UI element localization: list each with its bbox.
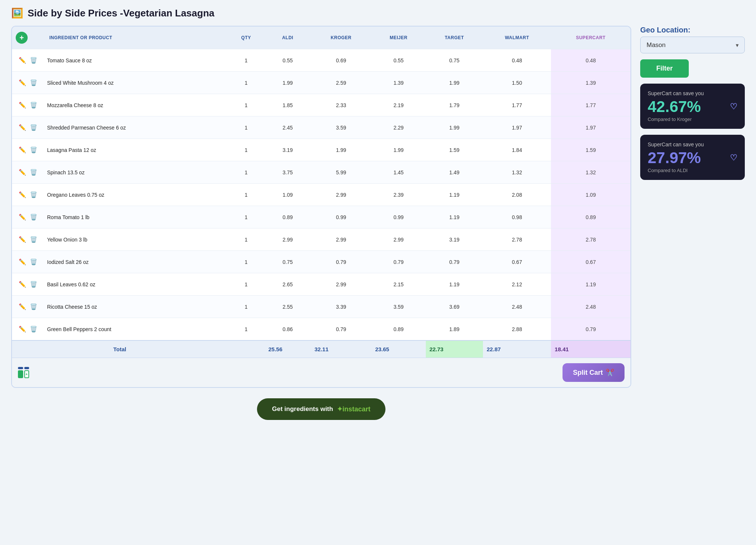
row-walmart-5: 1.32 xyxy=(483,161,551,184)
row-supercart-12: 0.79 xyxy=(551,318,630,341)
savings-label-2: SuperCart can save you xyxy=(648,141,737,147)
row-meijer-4: 1.99 xyxy=(371,139,425,161)
row-kroger-3: 3.59 xyxy=(311,116,371,139)
edit-button-11[interactable]: ✏️ xyxy=(18,302,27,311)
row-qty-5: 1 xyxy=(227,161,264,184)
row-meijer-5: 1.45 xyxy=(371,161,425,184)
delete-button-3[interactable]: 🗑️ xyxy=(29,123,38,132)
col-qty: QTY xyxy=(227,27,264,49)
geo-select[interactable]: MasonCincinnatiColumbusDayton xyxy=(640,37,745,53)
heart-icon-2[interactable]: ♡ xyxy=(730,153,737,163)
edit-button-2[interactable]: ✏️ xyxy=(18,101,27,109)
row-qty-12: 1 xyxy=(227,318,264,341)
price-table-container: + INGREDIENT OR PRODUCT QTY ALDI KROGER … xyxy=(11,26,631,388)
row-qty-8: 1 xyxy=(227,228,264,251)
row-aldi-9: 0.75 xyxy=(264,251,311,273)
row-actions-12: ✏️ 🗑️ xyxy=(12,318,44,341)
row-walmart-0: 0.48 xyxy=(483,49,551,72)
instacart-button[interactable]: Get ingredients with ✦instacart xyxy=(257,398,385,420)
row-actions-1: ✏️ 🗑️ xyxy=(12,72,44,94)
table-row: ✏️ 🗑️ Tomato Sauce 8 oz 1 0.55 0.69 0.55… xyxy=(12,49,630,72)
sidebar: Geo Location: MasonCincinnatiColumbusDay… xyxy=(640,26,745,180)
row-walmart-7: 0.98 xyxy=(483,206,551,228)
row-meijer-7: 0.99 xyxy=(371,206,425,228)
row-actions-3: ✏️ 🗑️ xyxy=(12,116,44,139)
table-row: ✏️ 🗑️ Shredded Parmesan Cheese 6 oz 1 2.… xyxy=(12,116,630,139)
row-meijer-12: 0.89 xyxy=(371,318,425,341)
row-supercart-6: 1.09 xyxy=(551,184,630,206)
edit-button-8[interactable]: ✏️ xyxy=(18,235,27,244)
total-aldi: 25.56 xyxy=(264,340,311,358)
savings-percent-1: 42.67% ♡ xyxy=(648,98,737,116)
row-target-2: 1.79 xyxy=(426,94,483,116)
row-kroger-8: 2.99 xyxy=(311,228,371,251)
delete-button-12[interactable]: 🗑️ xyxy=(29,325,38,333)
edit-button-9[interactable]: ✏️ xyxy=(18,258,27,266)
delete-button-0[interactable]: 🗑️ xyxy=(29,56,38,65)
delete-button-11[interactable]: 🗑️ xyxy=(29,302,38,311)
row-qty-7: 1 xyxy=(227,206,264,228)
row-supercart-4: 1.59 xyxy=(551,139,630,161)
delete-button-10[interactable]: 🗑️ xyxy=(29,280,38,289)
row-supercart-3: 1.97 xyxy=(551,116,630,139)
add-item-header: + xyxy=(12,27,44,49)
table-row: ✏️ 🗑️ Sliced White Mushroom 4 oz 1 1.99 … xyxy=(12,72,630,94)
delete-button-7[interactable]: 🗑️ xyxy=(29,213,38,221)
row-walmart-1: 1.50 xyxy=(483,72,551,94)
app-grid-icon[interactable]: + xyxy=(18,367,29,378)
row-product-6: Oregano Leaves 0.75 oz xyxy=(44,184,227,206)
row-aldi-7: 0.89 xyxy=(264,206,311,228)
row-meijer-8: 2.99 xyxy=(371,228,425,251)
row-aldi-0: 0.55 xyxy=(264,49,311,72)
delete-button-8[interactable]: 🗑️ xyxy=(29,235,38,244)
row-kroger-9: 0.79 xyxy=(311,251,371,273)
col-kroger: KROGER xyxy=(311,27,371,49)
row-kroger-7: 0.99 xyxy=(311,206,371,228)
row-aldi-1: 1.99 xyxy=(264,72,311,94)
col-aldi: ALDI xyxy=(264,27,311,49)
delete-button-6[interactable]: 🗑️ xyxy=(29,190,38,199)
edit-button-6[interactable]: ✏️ xyxy=(18,190,27,199)
add-item-button[interactable]: + xyxy=(16,32,28,44)
title-icon: 🖼️ xyxy=(11,7,23,19)
table-row: ✏️ 🗑️ Ricotta Cheese 15 oz 1 2.55 3.39 3… xyxy=(12,296,630,318)
table-row: ✏️ 🗑️ Spinach 13.5 oz 1 3.75 5.99 1.45 1… xyxy=(12,161,630,184)
row-aldi-12: 0.86 xyxy=(264,318,311,341)
edit-button-7[interactable]: ✏️ xyxy=(18,213,27,221)
table-row: ✏️ 🗑️ Green Bell Peppers 2 count 1 0.86 … xyxy=(12,318,630,341)
edit-button-3[interactable]: ✏️ xyxy=(18,123,27,132)
row-target-5: 1.49 xyxy=(426,161,483,184)
row-aldi-10: 2.65 xyxy=(264,273,311,296)
edit-button-12[interactable]: ✏️ xyxy=(18,325,27,333)
row-target-10: 1.19 xyxy=(426,273,483,296)
row-aldi-2: 1.85 xyxy=(264,94,311,116)
row-product-11: Ricotta Cheese 15 oz xyxy=(44,296,227,318)
row-actions-8: ✏️ 🗑️ xyxy=(12,228,44,251)
heart-icon-1[interactable]: ♡ xyxy=(730,102,737,112)
row-target-9: 0.79 xyxy=(426,251,483,273)
table-row: ✏️ 🗑️ Yellow Onion 3 lb 1 2.99 2.99 2.99… xyxy=(12,228,630,251)
edit-button-1[interactable]: ✏️ xyxy=(18,78,27,87)
edit-button-0[interactable]: ✏️ xyxy=(18,56,27,65)
split-cart-button[interactable]: Split Cart ✂️ xyxy=(563,363,625,382)
row-qty-6: 1 xyxy=(227,184,264,206)
savings-compare-2: Compared to ALDI xyxy=(648,168,737,173)
delete-button-4[interactable]: 🗑️ xyxy=(29,146,38,154)
row-supercart-0: 0.48 xyxy=(551,49,630,72)
row-meijer-1: 1.39 xyxy=(371,72,425,94)
row-aldi-3: 2.45 xyxy=(264,116,311,139)
row-actions-6: ✏️ 🗑️ xyxy=(12,184,44,206)
edit-button-10[interactable]: ✏️ xyxy=(18,280,27,289)
delete-button-5[interactable]: 🗑️ xyxy=(29,168,38,177)
row-kroger-5: 5.99 xyxy=(311,161,371,184)
edit-button-4[interactable]: ✏️ xyxy=(18,146,27,154)
table-row: ✏️ 🗑️ Oregano Leaves 0.75 oz 1 1.09 2.99… xyxy=(12,184,630,206)
delete-button-9[interactable]: 🗑️ xyxy=(29,258,38,266)
filter-button[interactable]: Filter xyxy=(640,59,689,78)
row-supercart-5: 1.32 xyxy=(551,161,630,184)
edit-button-5[interactable]: ✏️ xyxy=(18,168,27,177)
delete-button-2[interactable]: 🗑️ xyxy=(29,101,38,109)
col-walmart: WALMART xyxy=(483,27,551,49)
delete-button-1[interactable]: 🗑️ xyxy=(29,78,38,87)
col-target: TARGET xyxy=(426,27,483,49)
